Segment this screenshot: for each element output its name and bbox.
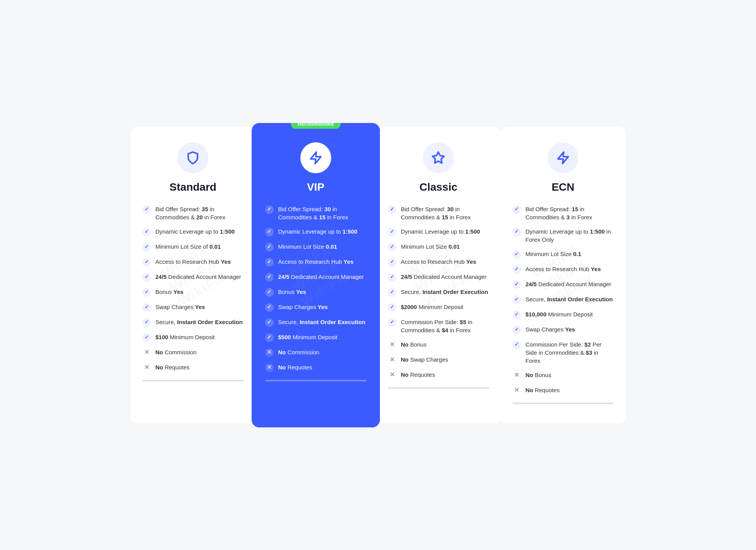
list-item: ✓Bid Offer Spread: 15 in Commodities & 3… <box>513 205 614 221</box>
check-icon: ✓ <box>265 228 274 236</box>
check-icon: ✓ <box>142 318 151 327</box>
list-item: ✓Secure, Instant Order Execution <box>265 318 367 327</box>
check-icon: ✓ <box>265 205 274 214</box>
feature-text: No Bonus <box>526 371 552 379</box>
feature-text: Dynamic Leverage up to 1:500 in Forex On… <box>526 227 614 244</box>
cross-icon: ✕ <box>142 348 151 357</box>
list-item: ✓Swap Charges Yes <box>265 303 367 312</box>
cross-icon: ✕ <box>265 364 274 372</box>
cross-icon: ✕ <box>142 364 151 372</box>
check-icon: ✓ <box>142 333 151 342</box>
check-icon: ✓ <box>513 250 521 259</box>
pricing-container: WikiFXWikiFXWikiFXStandard✓Bid Offer Spr… <box>131 127 625 424</box>
feature-text: No Bonus <box>401 340 427 348</box>
check-icon: ✓ <box>513 228 521 236</box>
feature-text: Minimum Lot Size of 0.01 <box>155 243 221 251</box>
check-icon: ✓ <box>265 273 274 282</box>
list-item: ✓Secure, Instant Order Execution <box>513 295 614 304</box>
feature-text: 24/5 Dedicated Account Manager <box>526 280 611 288</box>
list-item: ✕No Commission <box>265 348 367 357</box>
check-icon: ✓ <box>513 311 521 319</box>
list-item: ✓Bid Offer Spread: 30 in Commodities & 1… <box>265 205 367 221</box>
feature-text: Secure, Instant Order Execution <box>155 318 243 326</box>
list-item: ✓Secure, Instant Order Execution <box>388 288 489 297</box>
check-icon: ✓ <box>388 318 396 327</box>
check-icon: ✓ <box>513 205 521 214</box>
check-icon: ✓ <box>142 273 151 282</box>
list-item: ✓Minimum Lot Size 0.01 <box>265 243 367 251</box>
list-item: ✓Access to Research Hub Yes <box>388 258 489 266</box>
feature-text: No Requotes <box>401 371 435 379</box>
check-icon: ✓ <box>388 205 396 214</box>
ecn-title: ECN <box>513 181 614 193</box>
svg-marker-0 <box>310 152 321 164</box>
feature-text: Minimum Lot Size 0.01 <box>278 243 337 251</box>
list-item: ✓Swap Charges Yes <box>142 303 244 312</box>
feature-text: Access to Research Hub Yes <box>155 258 231 266</box>
list-item: ✓Secure, Instant Order Execution <box>142 318 244 327</box>
svg-marker-2 <box>558 152 568 164</box>
feature-text: Dynamic Leverage up to 1:500 <box>278 227 358 236</box>
standard-features-list: ✓Bid Offer Spread: 35 in Commodities & 2… <box>142 205 244 372</box>
list-item: ✓Commission Per Side: $5 in Commodities … <box>388 318 489 334</box>
check-icon: ✓ <box>513 295 521 304</box>
feature-text: $100 Minimum Deposit <box>155 333 215 341</box>
check-icon: ✓ <box>513 265 521 274</box>
list-item: ✓Bid Offer Spread: 30 in Commodities & 1… <box>388 205 489 221</box>
check-icon: ✓ <box>265 333 274 342</box>
list-item: ✕No Requotes <box>142 363 244 372</box>
check-icon: ✓ <box>142 228 151 236</box>
feature-text: $500 Minimum Deposit <box>278 333 337 341</box>
list-item: ✓24/5 Dedicated Account Manager <box>388 273 489 282</box>
feature-text: Bonus Yes <box>155 288 184 296</box>
list-item: ✓Dynamic Leverage up to 1:500 <box>142 227 244 236</box>
list-item: ✓Commission Per Side: $2 Per Side in Com… <box>513 340 614 365</box>
list-item: ✓24/5 Dedicated Account Manager <box>513 280 614 289</box>
standard-icon <box>177 142 208 173</box>
feature-text: No Commission <box>155 348 197 356</box>
check-icon: ✓ <box>265 288 274 297</box>
vip-title: VIP <box>265 181 367 193</box>
feature-text: Bid Offer Spread: 15 in Commodities & 3 … <box>526 205 614 221</box>
check-icon: ✓ <box>513 341 521 349</box>
feature-text: Swap Charges Yes <box>278 303 328 311</box>
list-item: ✕No Commission <box>142 348 244 357</box>
ecn-features-list: ✓Bid Offer Spread: 15 in Commodities & 3… <box>513 205 614 395</box>
check-icon: ✓ <box>265 243 274 251</box>
standard-title: Standard <box>142 181 244 193</box>
feature-text: Access to Research Hub Yes <box>526 265 601 273</box>
list-item: ✓Bonus Yes <box>142 288 244 297</box>
feature-text: No Commission <box>278 348 320 356</box>
classic-features-list: ✓Bid Offer Spread: 30 in Commodities & 1… <box>388 205 489 379</box>
feature-text: Bonus Yes <box>278 288 306 296</box>
vip-icon <box>300 142 331 173</box>
list-item: ✕No Swap Charges <box>388 355 489 364</box>
feature-text: Minimum Lot Size 0.1 <box>526 250 581 258</box>
cross-icon: ✕ <box>265 348 274 357</box>
feature-text: 24/5 Dedicated Account Manager <box>278 273 364 281</box>
ecn-icon <box>548 142 579 173</box>
feature-text: 24/5 Dedicated Account Manager <box>155 273 241 281</box>
list-item: ✓Minimum Lot Size 0.1 <box>513 250 614 259</box>
recommended-badge: Recommended <box>291 123 341 129</box>
feature-text: No Requotes <box>526 386 560 394</box>
vip-features-list: ✓Bid Offer Spread: 30 in Commodities & 1… <box>265 205 367 372</box>
check-icon: ✓ <box>142 258 151 266</box>
list-item: ✓Dynamic Leverage up to 1:500 <box>265 227 367 236</box>
feature-text: No Requotes <box>278 363 312 371</box>
check-icon: ✓ <box>388 303 396 312</box>
feature-text: Swap Charges Yes <box>526 325 575 333</box>
feature-text: $10,000 Minimum Deposit <box>526 310 593 318</box>
ecn-divider <box>513 403 614 404</box>
list-item: ✓Access to Research Hub Yes <box>265 258 367 266</box>
list-item: ✓Access to Research Hub Yes <box>142 258 244 266</box>
feature-text: Secure, Instant Order Execution <box>278 318 366 326</box>
feature-text: Bid Offer Spread: 30 in Commodities & 15… <box>401 205 489 221</box>
check-icon: ✓ <box>265 258 274 266</box>
vip-divider <box>265 380 367 381</box>
feature-text: Swap Charges Yes <box>155 303 205 311</box>
list-item: ✓Access to Research Hub Yes <box>513 265 614 274</box>
list-item: ✕No Requotes <box>388 371 489 379</box>
cross-icon: ✕ <box>388 341 396 349</box>
list-item: ✕No Requotes <box>265 363 367 372</box>
